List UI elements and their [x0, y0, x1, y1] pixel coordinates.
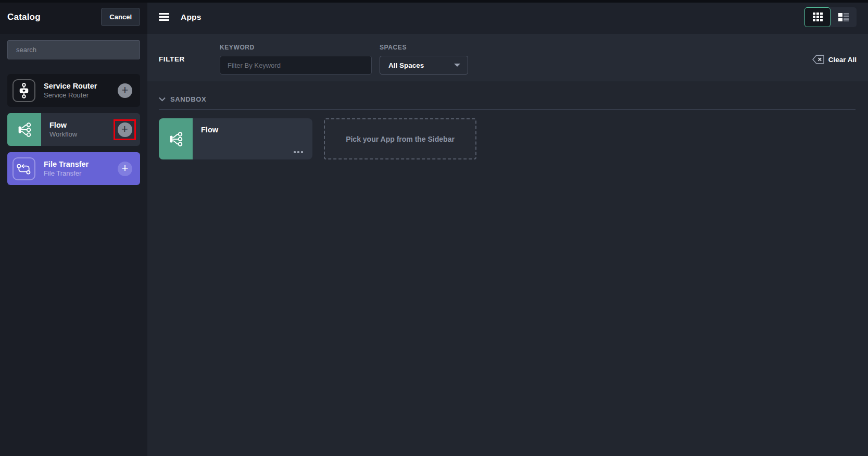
- spaces-label: SPACES: [380, 44, 468, 51]
- catalog-sidebar: Catalog Cancel Service Router Serv: [0, 0, 147, 456]
- keyword-input[interactable]: [220, 56, 372, 75]
- cards-row: Flow Pick your App from the Sidebar: [159, 118, 857, 159]
- item-title: Service Router: [44, 82, 118, 90]
- sandbox-section-header[interactable]: SANDBOX: [159, 95, 206, 103]
- sidebar-item-flow[interactable]: Flow Workflow +: [7, 113, 140, 146]
- item-title: File Transfer: [44, 160, 118, 168]
- topbar: Apps: [147, 0, 868, 34]
- placeholder-text: Pick your App from the Sidebar: [346, 135, 455, 143]
- item-subtitle: Service Router: [44, 91, 118, 99]
- add-service-router-button[interactable]: +: [118, 83, 132, 98]
- service-router-icon: [12, 79, 35, 102]
- add-flow-button[interactable]: +: [118, 122, 132, 137]
- list-view-button[interactable]: [831, 7, 857, 27]
- file-transfer-icon: [12, 157, 35, 180]
- chevron-down-icon: [159, 97, 166, 102]
- app-template-list: Service Router Service Router + Flow: [0, 74, 147, 185]
- filter-bar: FILTER KEYWORD SPACES All Spaces Clear A…: [147, 34, 868, 81]
- caret-down-icon: [454, 64, 460, 67]
- backspace-x-icon: [812, 55, 824, 64]
- clear-all-button[interactable]: Clear All: [812, 34, 857, 64]
- sidebar-header: Catalog Cancel: [0, 0, 147, 34]
- sandbox-section-label: SANDBOX: [170, 95, 206, 103]
- sidebar-search[interactable]: [7, 40, 140, 59]
- item-subtitle: File Transfer: [44, 169, 118, 177]
- view-toggle-group: [804, 7, 857, 27]
- add-file-transfer-button[interactable]: +: [118, 162, 132, 176]
- list-view-icon: [838, 13, 849, 22]
- section-divider: [159, 109, 856, 110]
- card-menu-ellipsis-icon[interactable]: [292, 149, 305, 155]
- search-input[interactable]: [8, 46, 140, 54]
- item-text: Service Router Service Router: [44, 82, 118, 99]
- filter-label: FILTER: [159, 34, 220, 63]
- grid-view-icon: [813, 13, 823, 21]
- sidebar-item-file-transfer[interactable]: File Transfer File Transfer +: [7, 152, 140, 185]
- window-top-edge: [0, 0, 868, 3]
- spaces-field-group: SPACES All Spaces: [380, 34, 468, 75]
- page-title: Apps: [181, 13, 202, 22]
- flow-icon: [7, 113, 41, 146]
- keyword-label: KEYWORD: [220, 44, 372, 51]
- app-drop-placeholder: Pick your App from the Sidebar: [324, 118, 476, 159]
- catalog-title: Catalog: [7, 12, 41, 22]
- cancel-button[interactable]: Cancel: [101, 8, 140, 26]
- spaces-dropdown[interactable]: All Spaces: [380, 56, 468, 75]
- sidebar-item-service-router[interactable]: Service Router Service Router +: [7, 74, 140, 107]
- apps-content: SANDBOX Flow: [147, 81, 868, 456]
- menu-icon[interactable]: [159, 13, 169, 21]
- flow-app-card[interactable]: Flow: [159, 118, 312, 159]
- flow-icon: [159, 118, 193, 159]
- keyword-field-group: KEYWORD: [220, 34, 372, 75]
- card-title: Flow: [201, 126, 218, 159]
- spaces-selected-value: All Spaces: [380, 61, 454, 69]
- main-panel: Apps: [147, 0, 868, 456]
- clear-all-label: Clear All: [828, 56, 857, 64]
- item-text: File Transfer File Transfer: [44, 160, 118, 177]
- grid-view-button[interactable]: [804, 7, 831, 27]
- red-highlight-box: +: [114, 119, 136, 140]
